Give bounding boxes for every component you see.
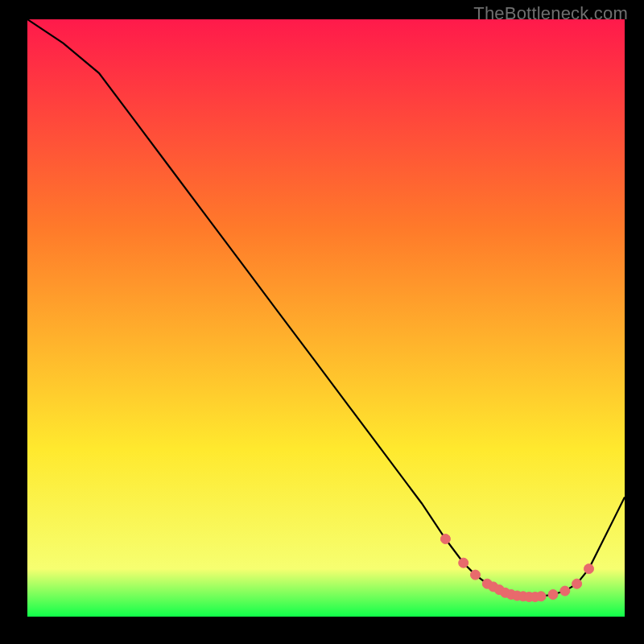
bottleneck-chart [27,19,625,617]
watermark-text: TheBottleneck.com [473,3,628,24]
curve-marker [584,564,594,574]
curve-marker [560,586,570,596]
curve-marker [548,590,558,600]
gradient-background [27,19,625,617]
curve-marker [440,535,450,544]
curve-marker [471,570,481,580]
curve-marker [459,558,469,568]
curve-marker [536,592,546,601]
curve-marker [572,579,582,588]
chart-frame [27,19,625,617]
